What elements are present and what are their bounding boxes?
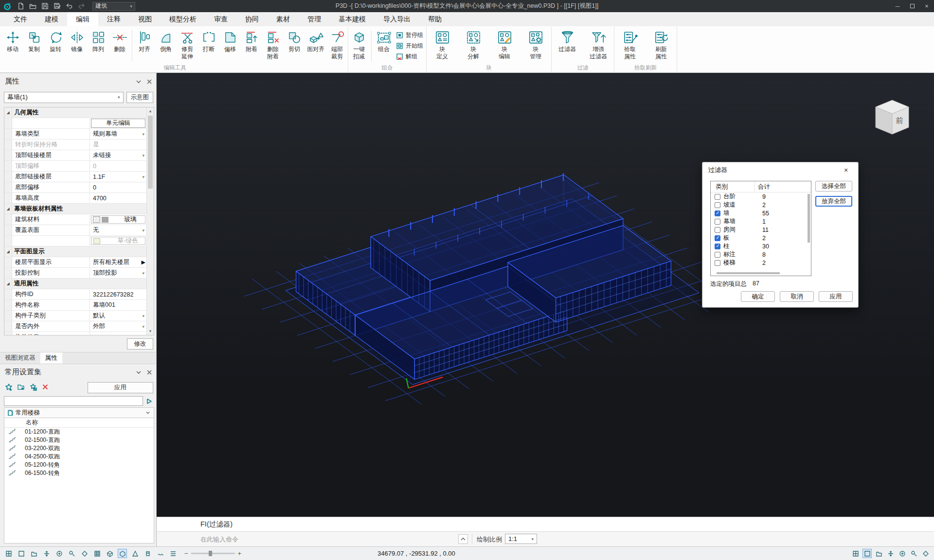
block-explode-button[interactable]: 块分解 bbox=[462, 29, 485, 60]
new-file-icon[interactable] bbox=[17, 2, 25, 10]
array-button[interactable]: 阵列 bbox=[88, 29, 109, 53]
zoom-window-icon[interactable] bbox=[67, 549, 76, 558]
pause-group-button[interactable]: 暂停组 bbox=[395, 30, 423, 40]
wall-type-select[interactable]: 规则幕墙 bbox=[90, 129, 146, 139]
property-group-plan-display[interactable]: ◢平面图显示 bbox=[4, 246, 146, 257]
move-button[interactable]: 移动 bbox=[2, 29, 23, 53]
attach-button[interactable]: 附着 bbox=[241, 29, 262, 53]
bottom-link-select[interactable]: 1.1F bbox=[90, 172, 146, 182]
checkbox[interactable] bbox=[715, 227, 720, 233]
menu-view[interactable]: 视图 bbox=[129, 12, 161, 26]
checkbox[interactable] bbox=[715, 202, 720, 208]
dialog-close-icon[interactable]: × bbox=[840, 165, 852, 175]
grid-display-icon[interactable] bbox=[92, 549, 102, 558]
block-manage-button[interactable]: 块管理 bbox=[524, 29, 547, 60]
pick-properties-button[interactable]: 拾取属性 bbox=[619, 29, 641, 60]
delete-button[interactable]: 删除 bbox=[109, 29, 130, 53]
window-select-icon[interactable] bbox=[29, 549, 38, 558]
filter-button[interactable]: 过滤器 bbox=[556, 29, 578, 53]
checkbox[interactable] bbox=[715, 235, 720, 241]
deselect-all-button[interactable]: 放弃全部 bbox=[815, 196, 852, 207]
pan-icon[interactable] bbox=[42, 549, 51, 558]
modify-button[interactable]: 修改 bbox=[127, 338, 153, 350]
material-select[interactable]: 玻璃 bbox=[91, 215, 145, 224]
copy-button[interactable]: 复制 bbox=[23, 29, 45, 53]
new-set-folder-icon[interactable] bbox=[17, 383, 25, 392]
open-file-icon[interactable] bbox=[29, 2, 37, 10]
delete-set-icon[interactable] bbox=[41, 383, 49, 392]
menu-material[interactable]: 素材 bbox=[268, 12, 299, 26]
menu-manage[interactable]: 管理 bbox=[299, 12, 330, 26]
clip-button[interactable]: 剪切 bbox=[284, 29, 305, 53]
dialog-list-vscrollbar[interactable] bbox=[807, 193, 810, 270]
delete-attach-button[interactable]: 删除附着 bbox=[262, 29, 284, 60]
align-button[interactable]: 对齐 bbox=[134, 29, 155, 53]
trim-extend-button[interactable]: 修剪延伸 bbox=[177, 29, 198, 60]
menu-icon[interactable] bbox=[168, 549, 178, 558]
menu-annotate[interactable]: 注释 bbox=[98, 12, 129, 26]
break-button[interactable]: 打断 bbox=[198, 29, 219, 53]
plan-view-icon[interactable] bbox=[874, 549, 883, 558]
filter-row[interactable]: 柱30 bbox=[711, 242, 811, 250]
property-group-general[interactable]: ◢通用属性 bbox=[4, 279, 146, 289]
rotate-button[interactable]: 旋转 bbox=[45, 29, 66, 53]
start-group-button[interactable]: 开始组 bbox=[395, 40, 423, 51]
close-button[interactable]: × bbox=[919, 0, 934, 12]
zoom-out-icon[interactable]: − bbox=[184, 550, 188, 557]
refresh-properties-button[interactable]: 刷新属性 bbox=[650, 29, 672, 60]
property-group-panel-material[interactable]: ◢幕墙嵌板材料属性 bbox=[4, 204, 146, 214]
filter-row[interactable]: 标注8 bbox=[711, 250, 811, 259]
apply-button[interactable]: 应用 bbox=[819, 291, 853, 302]
panel-close-icon[interactable] bbox=[146, 79, 152, 85]
scroll-down-icon[interactable]: ▼ bbox=[147, 328, 154, 335]
object-snap-icon[interactable] bbox=[17, 549, 26, 558]
expand-command-panel-icon[interactable] bbox=[458, 534, 468, 544]
dialog-list-hscrollbar[interactable] bbox=[712, 272, 805, 275]
save-as-icon[interactable] bbox=[53, 2, 61, 10]
elevation-view-icon[interactable] bbox=[886, 549, 895, 558]
select-all-button[interactable]: 选择全部 bbox=[815, 181, 852, 192]
cancel-button[interactable]: 取消 bbox=[780, 291, 814, 302]
checkbox[interactable] bbox=[715, 244, 720, 249]
component-name-field[interactable]: 幕墙001 bbox=[90, 300, 146, 310]
list-item[interactable]: 05-1200-转角 bbox=[4, 461, 154, 469]
snap-grid-icon[interactable] bbox=[4, 549, 13, 558]
unit-edit-button[interactable]: 单元编辑 bbox=[91, 119, 145, 128]
panel-collapse-icon[interactable] bbox=[136, 369, 142, 375]
checkbox[interactable] bbox=[715, 260, 720, 266]
scale-selector[interactable]: 1:1 ▾ bbox=[505, 534, 537, 544]
expand-right-icon[interactable]: ▶ bbox=[142, 259, 145, 265]
scroll-up-icon[interactable]: ▲ bbox=[147, 107, 154, 115]
block-edit-button[interactable]: 块编辑 bbox=[493, 29, 516, 60]
minimize-button[interactable]: ─ bbox=[890, 0, 905, 12]
checkbox[interactable] bbox=[715, 194, 720, 200]
filter-row[interactable]: 墙55 bbox=[711, 209, 811, 217]
top-link-select[interactable]: 未链接 bbox=[90, 150, 146, 160]
menu-review[interactable]: 审查 bbox=[205, 12, 236, 26]
menu-model-analysis[interactable]: 模型分析 bbox=[161, 12, 205, 26]
enhanced-filter-button[interactable]: 增强过滤器 bbox=[587, 29, 610, 60]
list-item[interactable]: 06-1500-转角 bbox=[4, 469, 154, 477]
import-set-icon[interactable] bbox=[29, 383, 37, 392]
element-type-selector[interactable]: 幕墙(1)▾ bbox=[4, 92, 124, 103]
front-view-icon[interactable] bbox=[851, 549, 860, 558]
bottom-offset-field[interactable]: 0 bbox=[90, 182, 146, 192]
isometric-view-icon[interactable] bbox=[862, 549, 872, 558]
zoom-in-icon[interactable]: + bbox=[238, 550, 242, 557]
schematic-button[interactable]: 示意图 bbox=[126, 92, 154, 103]
section-view-icon[interactable] bbox=[898, 549, 907, 558]
checkbox[interactable] bbox=[715, 252, 720, 258]
undo-icon[interactable] bbox=[65, 2, 73, 10]
collaboration-icon[interactable] bbox=[156, 549, 165, 558]
list-item[interactable]: 03-2200-双跑 bbox=[4, 444, 154, 453]
cover-surface-select[interactable]: 无 bbox=[90, 225, 146, 235]
end-trim-button[interactable]: 端部裁剪 bbox=[326, 29, 348, 60]
menu-file[interactable]: 文件 bbox=[5, 12, 36, 26]
model-space-icon[interactable] bbox=[105, 549, 114, 558]
panel-collapse-icon[interactable] bbox=[136, 79, 142, 85]
run-set-icon[interactable] bbox=[145, 397, 153, 406]
filter-dialog-title-bar[interactable]: 过滤器 × bbox=[702, 162, 858, 178]
workspace-selector[interactable]: 建筑 ▾ bbox=[92, 2, 135, 11]
menu-collaborate[interactable]: 协同 bbox=[236, 12, 268, 26]
projection-select[interactable]: 顶部投影 bbox=[90, 268, 146, 278]
